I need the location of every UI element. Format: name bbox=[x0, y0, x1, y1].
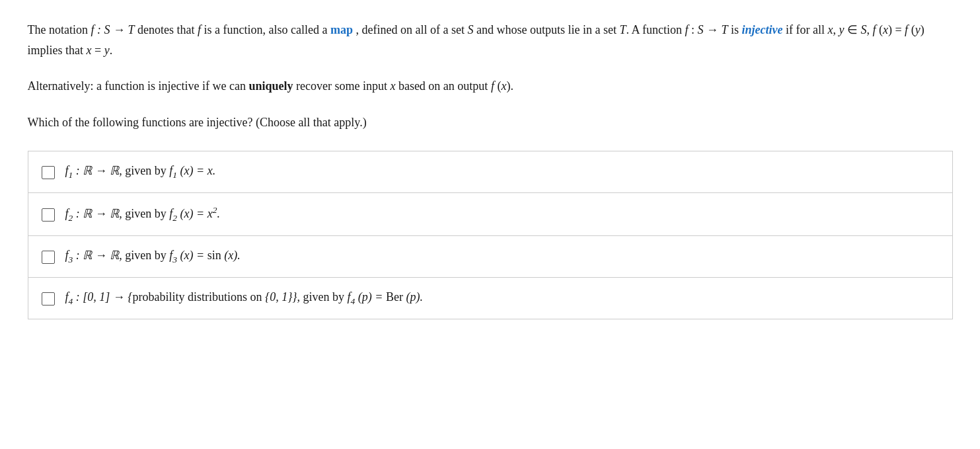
option-2-row[interactable]: f2 : ℝ → ℝ, given by f2 (x) = x2. bbox=[28, 192, 953, 236]
intro-paragraph: The notation f : S → T denotes that f is… bbox=[28, 20, 953, 60]
option-3-checkbox-area[interactable] bbox=[42, 249, 55, 264]
options-container: f1 : ℝ → ℝ, given by f1 (x) = x. f2 : ℝ … bbox=[28, 151, 953, 319]
option-2-content: f2 : ℝ → ℝ, given by f2 (x) = x2. bbox=[65, 204, 220, 225]
option-4-content: f4 : [0, 1] → {probability distributions… bbox=[65, 288, 423, 308]
injective-link[interactable]: injective bbox=[741, 23, 782, 36]
option-3-row[interactable]: f3 : ℝ → ℝ, given by f3 (x) = sin (x). bbox=[28, 235, 953, 278]
option-2-checkbox[interactable] bbox=[42, 208, 55, 222]
question-text: Which of the following functions are inj… bbox=[28, 112, 953, 133]
option-4-row[interactable]: f4 : [0, 1] → {probability distributions… bbox=[28, 277, 953, 319]
option-1-content: f1 : ℝ → ℝ, given by f1 (x) = x. bbox=[65, 162, 216, 182]
uniquely-text: uniquely bbox=[248, 79, 293, 93]
option-3-content: f3 : ℝ → ℝ, given by f3 (x) = sin (x). bbox=[65, 247, 241, 266]
option-2-checkbox-area[interactable] bbox=[42, 207, 55, 222]
option-3-checkbox[interactable] bbox=[42, 251, 55, 264]
alternative-paragraph: Alternatively: a function is injective i… bbox=[28, 76, 953, 97]
content-area: The notation f : S → T denotes that f is… bbox=[28, 20, 953, 319]
option-1-checkbox-area[interactable] bbox=[42, 165, 55, 179]
option-4-checkbox[interactable] bbox=[42, 292, 55, 306]
map-link[interactable]: map bbox=[330, 23, 353, 36]
option-1-checkbox[interactable] bbox=[42, 166, 55, 179]
option-4-checkbox-area[interactable] bbox=[42, 291, 55, 306]
option-1-row[interactable]: f1 : ℝ → ℝ, given by f1 (x) = x. bbox=[28, 151, 953, 193]
f-notation: f : S → T bbox=[91, 23, 134, 36]
